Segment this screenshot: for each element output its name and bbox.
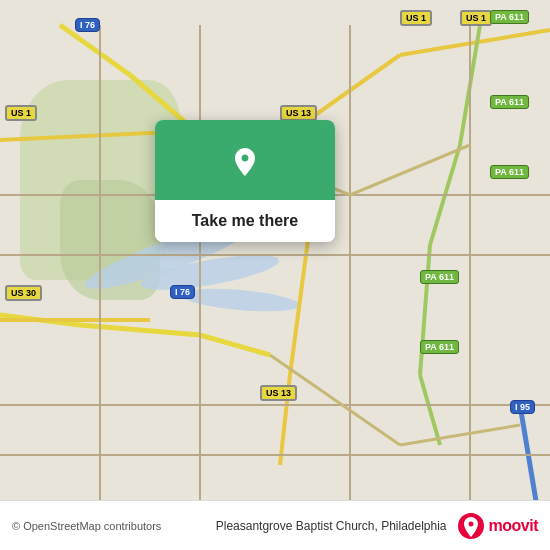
road-badge-i76-top: I 76	[75, 18, 100, 32]
svg-line-5	[0, 133, 150, 140]
road-badge-i95: I 95	[510, 400, 535, 414]
map-container: I 76 US 1 US 1 PA 611 US 1 PA 611 PA 611…	[0, 0, 550, 550]
road-badge-pa611-mid1: PA 611	[490, 95, 529, 109]
copyright-text: © OpenStreetMap contributors	[12, 520, 206, 532]
svg-line-12	[420, 375, 440, 445]
roads-layer	[0, 0, 550, 550]
popup-header	[155, 120, 335, 200]
road-badge-us13-top: US 13	[280, 105, 317, 121]
road-badge-pa611-low1: PA 611	[420, 270, 459, 284]
svg-line-3	[80, 325, 200, 335]
moovit-logo-icon	[457, 512, 485, 540]
bottom-bar: © OpenStreetMap contributors Pleasantgro…	[0, 500, 550, 550]
road-badge-i76-mid: I 76	[170, 285, 195, 299]
svg-line-29	[400, 425, 520, 445]
location-pin-icon	[223, 140, 267, 184]
road-badge-us1-left: US 1	[5, 105, 37, 121]
take-me-there-button[interactable]: Take me there	[155, 200, 335, 242]
location-label: Pleasantgrove Baptist Church, Philadelph…	[216, 519, 447, 533]
road-badge-pa611-mid2: PA 611	[490, 165, 529, 179]
moovit-label: moovit	[489, 517, 538, 535]
svg-line-14	[290, 225, 310, 375]
road-badge-us1-right: US 1	[460, 10, 492, 26]
road-badge-pa611-top: PA 611	[490, 10, 529, 24]
popup-card: Take me there	[155, 120, 335, 242]
moovit-logo: moovit	[457, 512, 538, 540]
popup-pointer	[235, 241, 255, 242]
road-badge-us30: US 30	[5, 285, 42, 301]
road-badge-pa611-low2: PA 611	[420, 340, 459, 354]
svg-line-4	[200, 335, 270, 355]
road-badge-us1-top-right: US 1	[400, 10, 432, 26]
road-badge-us13-low: US 13	[260, 385, 297, 401]
svg-line-11	[420, 245, 430, 375]
svg-line-0	[60, 25, 130, 75]
